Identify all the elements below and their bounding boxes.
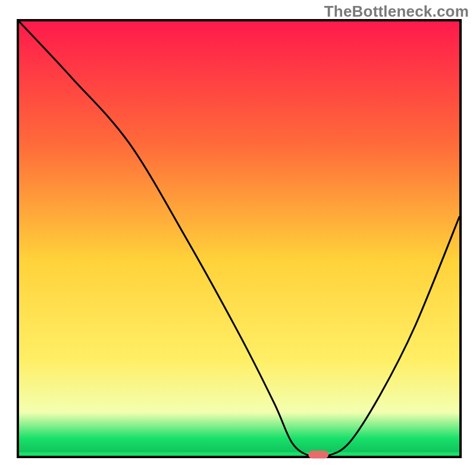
baseline-strip: [19, 452, 459, 456]
bottleneck-plot: [0, 0, 476, 476]
background-gradient: [19, 21, 459, 456]
chart-stage: TheBottleneck.com: [0, 0, 476, 476]
plot-area: [18, 20, 461, 459]
optimal-marker: [308, 451, 328, 459]
